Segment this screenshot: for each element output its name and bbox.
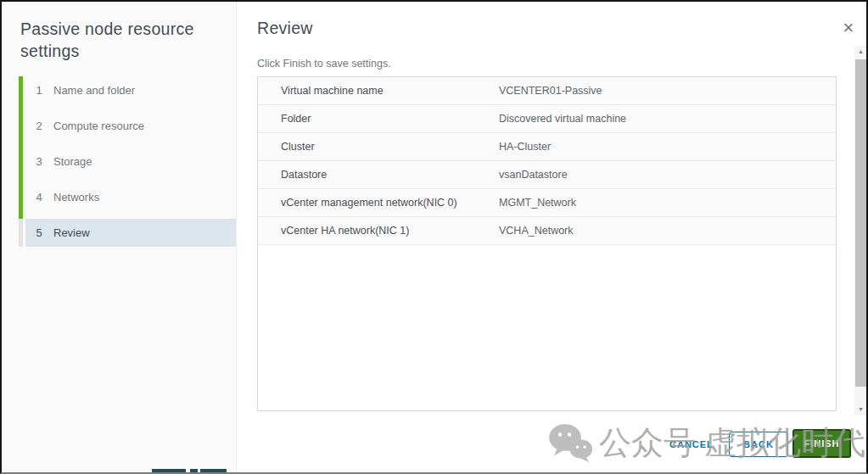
row-label: Cluster [258,141,499,153]
wechat-icon [546,422,594,463]
row-value: VCENTER01-Passive [499,85,836,97]
row-label: Virtual machine name [258,85,499,97]
step-row[interactable]: 2Compute resource [25,112,236,140]
step-row[interactable]: 4Networks [25,183,236,211]
back-button[interactable]: BACK [729,432,788,457]
table-row: Virtual machine nameVCENTER01-Passive [258,77,836,105]
row-value: MGMT_Network [499,197,836,209]
step-completed-bar [19,112,23,148]
step-label: Name and folder [53,84,135,97]
page-title: Review [257,19,313,38]
step-row[interactable]: 5Review [25,219,236,247]
table-row: ClusterHA-Cluster [258,133,836,161]
step-current-bar [19,219,23,247]
sidebar-step-networks[interactable]: 4Networks [2,183,236,211]
scroll-down-icon[interactable]: ▼ [854,404,867,415]
table-row: vCenter HA network(NIC 1)VCHA_Network [258,217,836,245]
table-row: vCenter management network(NIC 0)MGMT_Ne… [258,189,836,217]
scrollbar-thumb[interactable] [855,59,866,387]
table-row: FolderDiscovered virtual machine [258,105,836,133]
row-label: Datastore [258,169,499,181]
step-number: 3 [35,155,43,168]
wizard-title: Passive node resource settings [20,19,220,62]
step-number: 4 [35,191,43,204]
step-row[interactable]: 3Storage [25,148,236,176]
finish-button[interactable]: FINISH [792,429,851,458]
passive-node-wizard-dialog: Passive node resource settings 1Name and… [0,0,868,474]
step-label: Storage [53,155,92,168]
sidebar-step-review[interactable]: 5Review [2,219,236,247]
row-value: HA-Cluster [499,141,836,153]
table-row: DatastorevsanDatastore [258,161,836,189]
cancel-button[interactable]: CANCEL [669,435,714,454]
sidebar-step-storage[interactable]: 3Storage [2,148,236,176]
close-icon[interactable]: × [839,19,858,37]
row-label: Folder [258,113,499,125]
step-row[interactable]: 1Name and folder [25,76,236,104]
review-subtitle: Click Finish to save settings. [257,58,391,70]
step-number: 1 [35,84,43,97]
step-label: Review [53,226,90,239]
step-number: 5 [35,226,43,239]
step-completed-bar [19,183,23,219]
step-completed-bar [19,148,23,183]
step-label: Networks [53,191,99,204]
row-value: vsanDatastore [499,169,836,181]
row-value: VCHA_Network [499,225,836,237]
wizard-steps-list: 1Name and folder2Compute resource3Storag… [2,76,236,254]
sidebar-step-compute-resource[interactable]: 2Compute resource [2,112,236,140]
sidebar-step-name-and-folder[interactable]: 1Name and folder [2,76,236,104]
step-completed-bar [19,76,23,112]
vertical-scrollbar[interactable]: ▲ ▼ [854,46,867,415]
row-label: vCenter management network(NIC 0) [258,197,499,209]
row-value: Discovered virtual machine [499,113,836,125]
review-table: Virtual machine nameVCENTER01-PassiveFol… [257,76,837,411]
wizard-sidebar: Passive node resource settings 1Name and… [2,2,237,472]
scroll-up-icon[interactable]: ▲ [854,46,867,58]
step-label: Compute resource [53,120,144,132]
row-label: vCenter HA network(NIC 1) [258,225,499,237]
step-number: 2 [35,120,43,132]
